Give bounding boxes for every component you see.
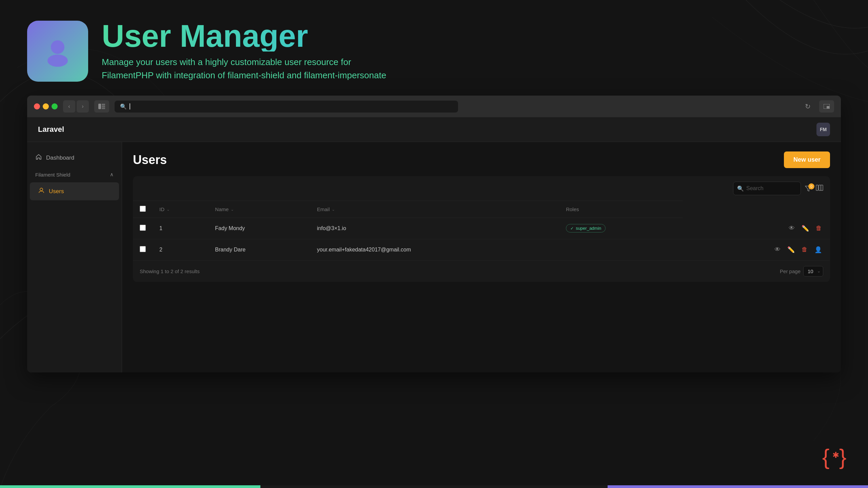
svg-text:✱: ✱ xyxy=(832,450,839,460)
svg-text:{: { xyxy=(822,445,829,469)
sort-icon-id: ⌄ xyxy=(166,207,170,212)
select-all-header xyxy=(133,201,153,218)
main-content: Users New user 🔍 xyxy=(122,142,841,372)
sidebar-item-dashboard[interactable]: Dashboard xyxy=(27,149,122,167)
table-row: 1 Fady Mondy info@3×1.io ✓ super_admin xyxy=(133,218,830,239)
address-bar[interactable]: 🔍 xyxy=(115,101,458,113)
impersonate-user-2-button[interactable]: 👤 xyxy=(813,245,823,255)
row-2-name: Brandy Dare xyxy=(208,239,310,260)
sidebar-item-users[interactable]: Users xyxy=(30,182,119,200)
back-button[interactable]: ‹ xyxy=(63,100,75,113)
view-user-2-button[interactable]: 👁 xyxy=(773,245,782,255)
svg-point-0 xyxy=(51,40,64,54)
table-footer: Showing 1 to 2 of 2 results Per page 10 … xyxy=(133,261,830,282)
per-page-wrapper: 10 25 50 ⌄ xyxy=(803,266,823,277)
svg-rect-11 xyxy=(821,185,823,190)
refresh-button[interactable]: ↻ xyxy=(802,100,814,113)
forward-button[interactable]: › xyxy=(77,100,89,113)
svg-text:}: } xyxy=(839,445,846,469)
window-controls xyxy=(34,103,58,109)
row-2-roles xyxy=(559,239,683,260)
app-subtitle: Manage your users with a highly customiz… xyxy=(102,56,386,82)
row-1-actions: 👁 ✏️ 🗑 xyxy=(683,218,830,239)
sort-icon-name: ⌄ xyxy=(231,207,234,212)
header-text: User Manager Manage your users with a hi… xyxy=(102,20,386,82)
address-search-icon: 🔍 xyxy=(120,103,127,110)
table-toolbar: 🔍 0 xyxy=(133,176,830,201)
bottom-bar-purple xyxy=(608,485,868,488)
column-email[interactable]: Email ⌄ xyxy=(310,201,559,218)
row-1-id: 1 xyxy=(153,218,208,239)
window-pip-button[interactable] xyxy=(819,100,834,113)
results-text: Showing 1 to 2 of 2 results xyxy=(140,268,200,274)
chevron-up-icon: ∧ xyxy=(110,171,114,178)
check-icon: ✓ xyxy=(570,226,574,231)
bottom-bar-teal xyxy=(0,485,260,488)
page-title: Users xyxy=(133,153,167,167)
data-table: ID ⌄ Name ⌄ xyxy=(133,201,830,261)
row-1-checkbox[interactable] xyxy=(140,225,146,231)
section-label: Filament Shield xyxy=(35,172,70,178)
browser-window: ‹ › 🔍 ↻ Laravel FM xyxy=(27,96,841,372)
svg-rect-2 xyxy=(98,104,101,109)
per-page-label: Per page xyxy=(780,268,801,274)
sidebar-dashboard-label: Dashboard xyxy=(46,155,74,161)
sort-icon-email: ⌄ xyxy=(332,207,335,212)
row-1-roles: ✓ super_admin xyxy=(559,218,683,239)
row-2-actions: 👁 ✏️ 🗑 👤 xyxy=(683,239,830,260)
sidebar-toggle-button[interactable] xyxy=(94,100,109,113)
bottom-bar xyxy=(0,485,868,488)
search-icon: 🔍 xyxy=(737,185,744,192)
browser-toolbar: ‹ › 🔍 ↻ xyxy=(27,96,841,117)
svg-rect-5 xyxy=(102,107,105,109)
edit-user-2-button[interactable]: ✏️ xyxy=(786,245,796,255)
hero-header: User Manager Manage your users with a hi… xyxy=(0,0,868,96)
sidebar-section-filament-shield: Filament Shield ∧ xyxy=(27,167,122,182)
svg-rect-10 xyxy=(819,185,821,190)
edit-user-1-button[interactable]: ✏️ xyxy=(800,223,810,233)
role-badge-super-admin: ✓ super_admin xyxy=(566,224,606,232)
app-logo xyxy=(27,21,88,82)
columns-button[interactable] xyxy=(816,185,823,192)
per-page-select[interactable]: 10 25 50 xyxy=(803,266,823,277)
new-user-button[interactable]: New user xyxy=(784,151,830,168)
svg-rect-9 xyxy=(816,185,818,190)
row-1-email: info@3×1.io xyxy=(310,218,559,239)
row-2-checkbox[interactable] xyxy=(140,246,146,252)
per-page-selector: Per page 10 25 50 ⌄ xyxy=(780,266,823,277)
table-container: 🔍 0 xyxy=(133,176,830,282)
search-wrapper: 🔍 xyxy=(733,182,801,195)
filter-badge: 0 xyxy=(808,183,814,189)
bottom-bar-dark xyxy=(260,485,608,488)
svg-point-1 xyxy=(47,55,68,67)
top-bar: Laravel FM xyxy=(27,117,841,142)
select-all-checkbox[interactable] xyxy=(140,206,146,212)
app-name: Laravel xyxy=(38,125,64,134)
user-avatar[interactable]: FM xyxy=(816,123,830,136)
app-inner: Laravel FM Dashboard Filament Shield ∧ xyxy=(27,117,841,372)
column-id[interactable]: ID ⌄ xyxy=(153,201,208,218)
filter-button[interactable]: 0 xyxy=(805,185,812,191)
maximize-button[interactable] xyxy=(52,103,58,109)
column-roles: Roles xyxy=(559,201,683,218)
app-title: User Manager xyxy=(102,20,386,52)
view-user-1-button[interactable]: 👁 xyxy=(787,223,796,233)
delete-user-1-button[interactable]: 🗑 xyxy=(814,223,823,233)
svg-point-8 xyxy=(40,188,43,191)
svg-rect-4 xyxy=(102,106,105,107)
svg-rect-3 xyxy=(102,104,105,105)
row-2-email: your.email+fakedata42017@gmail.com xyxy=(310,239,559,260)
delete-user-2-button[interactable]: 🗑 xyxy=(800,245,809,255)
page-header: Users New user xyxy=(133,151,830,168)
redocly-icon: { ✱ } xyxy=(821,443,848,474)
nav-buttons: ‹ › xyxy=(63,100,89,113)
address-bar-cursor xyxy=(130,103,130,109)
minimize-button[interactable] xyxy=(43,103,49,109)
column-name[interactable]: Name ⌄ xyxy=(208,201,310,218)
close-button[interactable] xyxy=(34,103,40,109)
svg-rect-7 xyxy=(827,106,829,108)
app-content: Dashboard Filament Shield ∧ Users xyxy=(27,142,841,372)
sidebar-users-label: Users xyxy=(49,188,64,195)
sidebar: Dashboard Filament Shield ∧ Users xyxy=(27,142,122,372)
table-row: 2 Brandy Dare your.email+fakedata42017@g… xyxy=(133,239,830,260)
